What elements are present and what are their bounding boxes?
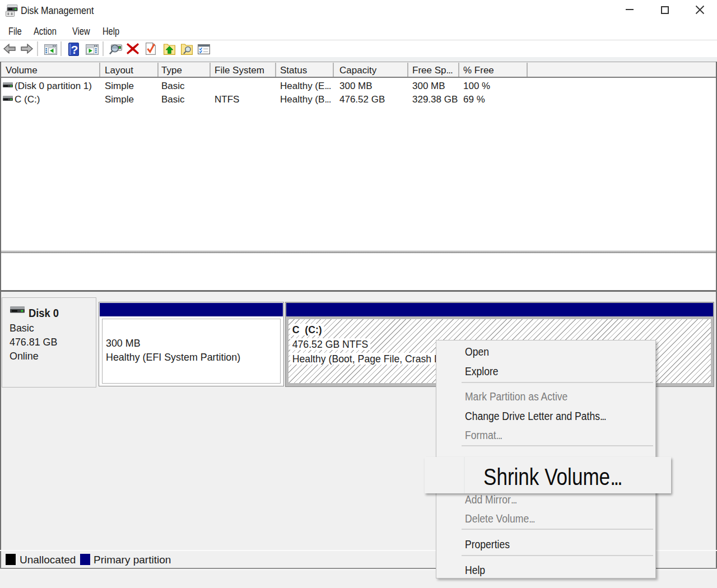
svg-text:?: ? bbox=[71, 43, 78, 56]
